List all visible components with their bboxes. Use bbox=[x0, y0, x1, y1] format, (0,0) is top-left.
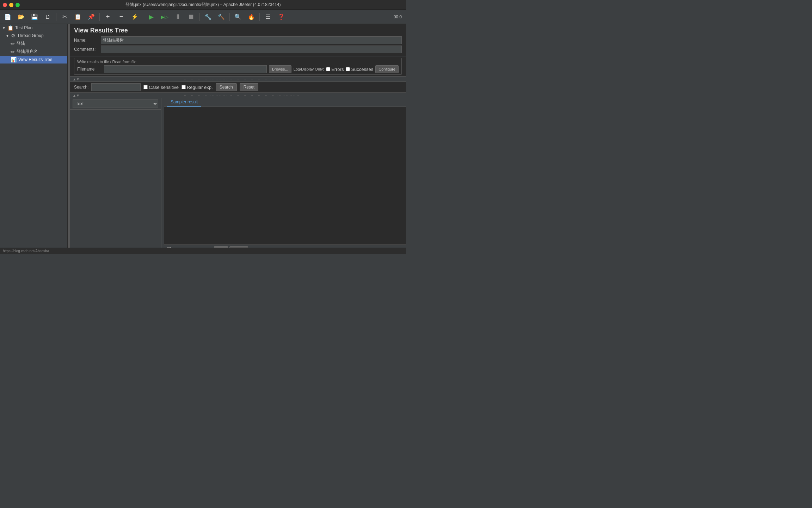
search-toolbar-button[interactable]: 🔍 bbox=[232, 11, 244, 23]
add-button[interactable]: + bbox=[102, 11, 114, 23]
toolbar: 📄 📂 💾 🗋 ✂ 📋 📌 + − ⚡ ▶ ▶▷ ⏸ ⏹ 🔧 🔨 🔍 🔥 ☰ ❓… bbox=[0, 10, 406, 24]
name-label: Name: bbox=[74, 38, 99, 43]
remove-button[interactable]: − bbox=[115, 11, 128, 23]
toolbar-sep-4 bbox=[199, 13, 200, 21]
thread-group-label: Thread Group bbox=[17, 33, 44, 38]
clear-button[interactable]: 🔧 bbox=[202, 11, 214, 23]
run-button[interactable]: ▶ bbox=[145, 11, 158, 23]
close-button[interactable] bbox=[3, 3, 7, 7]
save-button[interactable]: 💾 bbox=[28, 11, 41, 23]
name-row: Name: bbox=[74, 36, 402, 44]
results-list[interactable] bbox=[70, 110, 161, 254]
file-section-title: Write results to file / Read from file bbox=[77, 60, 399, 64]
sidebar-item-thread-group[interactable]: ▼ ⚙ Thread Group bbox=[0, 32, 67, 40]
divider-arrows-1: ▲▼ bbox=[73, 77, 80, 81]
toolbar-sep-6 bbox=[259, 13, 260, 21]
copy-button[interactable]: 📋 bbox=[72, 11, 84, 23]
dropdown-row: Text RegExp Tester CSS/JQuery Tester XPa… bbox=[70, 98, 161, 110]
section-divider-2: ▲▼ 〰〰〰〰〰〰〰〰〰〰〰〰〰〰〰〰〰〰〰〰〰〰〰〰〰〰〰〰〰〰〰〰〰 bbox=[70, 92, 406, 98]
successes-checkbox[interactable] bbox=[346, 67, 350, 71]
results-tree-label: View Results Tree bbox=[18, 57, 53, 62]
comments-row: Comments: bbox=[74, 46, 402, 53]
toolbar-sep-2 bbox=[99, 13, 100, 21]
sidebar-item-login[interactable]: ✏ 登陆 bbox=[0, 40, 67, 48]
new-button[interactable]: 📄 bbox=[1, 11, 14, 23]
content-area: View Results Tree Name: Comments: Write … bbox=[70, 24, 406, 254]
save-as-button[interactable]: 🗋 bbox=[42, 11, 54, 23]
login-label: 登陆 bbox=[17, 41, 25, 47]
browse-button[interactable]: Browse... bbox=[269, 65, 291, 73]
results-tree-icon: 📊 bbox=[11, 57, 17, 62]
status-bar: https://blog.csdn.net/Absosba bbox=[0, 248, 406, 254]
sidebar: ▼ 📋 Test Plan ▼ ⚙ Thread Group ✏ 登陆 ✏ 登陆… bbox=[0, 24, 68, 254]
filename-label: Filename bbox=[77, 67, 102, 72]
open-button[interactable]: 📂 bbox=[15, 11, 27, 23]
sidebar-item-login-user[interactable]: ✏ 登陆用户名 bbox=[0, 48, 67, 56]
errors-checkbox[interactable] bbox=[326, 67, 330, 71]
name-input[interactable] bbox=[101, 36, 402, 44]
results-container: Text RegExp Tester CSS/JQuery Tester XPa… bbox=[70, 98, 406, 254]
login-user-label: 登陆用户名 bbox=[17, 49, 38, 55]
comments-label: Comments: bbox=[74, 47, 99, 52]
search-input[interactable] bbox=[91, 83, 141, 91]
reset-button[interactable]: Reset bbox=[240, 83, 258, 91]
filename-input[interactable] bbox=[104, 65, 267, 73]
stop-button[interactable]: ⏸ bbox=[172, 11, 184, 23]
test-plan-label: Test Plan bbox=[15, 25, 32, 30]
case-sensitive-checkbox[interactable] bbox=[143, 85, 148, 89]
divider-dots-2: 〰〰〰〰〰〰〰〰〰〰〰〰〰〰〰〰〰〰〰〰〰〰〰〰〰〰〰〰〰〰〰〰〰 bbox=[80, 94, 403, 97]
configure-button[interactable]: Configure bbox=[375, 65, 399, 73]
test-plan-icon: 📋 bbox=[7, 25, 13, 31]
regular-exp-checkbox[interactable] bbox=[182, 85, 186, 89]
tab-sampler-result[interactable]: Sampler result bbox=[167, 98, 201, 107]
successes-checkbox-item: Successes bbox=[346, 67, 373, 72]
log-display-label: Log/Display Only: bbox=[294, 67, 324, 71]
maximize-button[interactable] bbox=[16, 3, 20, 7]
title-bar: 登陆.jmx (/Users/wenqiangli/Documents/登陆.j… bbox=[0, 0, 406, 10]
vertical-resize-handle[interactable]: ⋮ bbox=[161, 98, 164, 254]
run-no-pause-button[interactable]: ▶▷ bbox=[158, 11, 171, 23]
sidebar-item-view-results-tree[interactable]: 📊 View Results Tree bbox=[0, 56, 67, 64]
timer-display: 00:0 bbox=[394, 14, 405, 19]
panel-title: View Results Tree bbox=[74, 27, 402, 34]
sidebar-item-test-plan[interactable]: ▼ 📋 Test Plan bbox=[0, 24, 67, 32]
search-button[interactable]: Search bbox=[216, 83, 237, 91]
main-layout: ▼ 📋 Test Plan ▼ ⚙ Thread Group ✏ 登陆 ✏ 登陆… bbox=[0, 24, 406, 254]
divider-arrows-2: ▲▼ bbox=[73, 93, 80, 97]
search-row: Search: Case sensitive Regular exp. Sear… bbox=[70, 82, 406, 92]
toolbar-sep-1 bbox=[56, 13, 56, 21]
traffic-lights bbox=[3, 3, 20, 7]
paste-button[interactable]: 📌 bbox=[85, 11, 98, 23]
case-sensitive-label: Case sensitive bbox=[149, 85, 179, 90]
window-title: 登陆.jmx (/Users/wenqiangli/Documents/登陆.j… bbox=[125, 2, 281, 8]
toolbar-sep-5 bbox=[229, 13, 230, 21]
result-content bbox=[164, 107, 406, 244]
divider-dots-1: 〰〰〰〰〰〰〰〰〰〰〰〰〰〰〰〰〰〰〰〰〰〰〰〰〰〰〰〰〰〰〰〰〰 bbox=[80, 78, 403, 81]
fire-button[interactable]: 🔥 bbox=[245, 11, 258, 23]
login-icon: ✏ bbox=[11, 41, 15, 47]
toggle-button[interactable]: ⚡ bbox=[128, 11, 141, 23]
panel-header: View Results Tree Name: Comments: bbox=[70, 24, 406, 56]
tabs-row: Sampler result bbox=[164, 98, 406, 107]
successes-label: Successes bbox=[351, 67, 373, 72]
clear-all-button[interactable]: 🔨 bbox=[215, 11, 228, 23]
search-label: Search: bbox=[74, 85, 88, 90]
errors-label: Errors bbox=[331, 67, 344, 72]
arrow-icon: ▼ bbox=[2, 26, 6, 30]
regular-exp-label: Regular exp. bbox=[187, 85, 213, 90]
help-button[interactable]: ❓ bbox=[275, 11, 288, 23]
cut-button[interactable]: ✂ bbox=[58, 11, 71, 23]
list-button[interactable]: ☰ bbox=[262, 11, 274, 23]
comments-input[interactable] bbox=[101, 46, 402, 53]
login-user-icon: ✏ bbox=[11, 49, 15, 55]
shutdown-button[interactable]: ⏹ bbox=[185, 11, 198, 23]
toolbar-sep-3 bbox=[143, 13, 143, 21]
file-section: Write results to file / Read from file F… bbox=[74, 58, 402, 75]
minimize-button[interactable] bbox=[9, 3, 13, 7]
format-select[interactable]: Text RegExp Tester CSS/JQuery Tester XPa… bbox=[73, 99, 158, 108]
section-divider-1: ▲▼ 〰〰〰〰〰〰〰〰〰〰〰〰〰〰〰〰〰〰〰〰〰〰〰〰〰〰〰〰〰〰〰〰〰 bbox=[70, 76, 406, 82]
url-text: https://blog.csdn.net/Absosba bbox=[3, 249, 49, 253]
arrow-icon: ▼ bbox=[6, 34, 9, 38]
thread-group-icon: ⚙ bbox=[11, 33, 16, 38]
regular-exp-item: Regular exp. bbox=[182, 85, 213, 90]
